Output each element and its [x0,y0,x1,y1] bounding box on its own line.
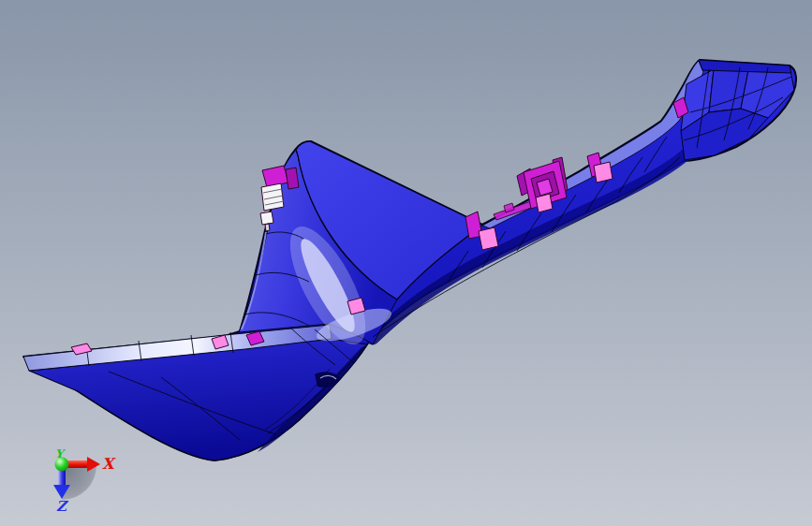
viewport-3d[interactable]: X Z Y [0,0,812,526]
cad-scene: X Z Y [0,0,812,526]
triad-x-label: X [102,455,116,473]
trim-panel-model[interactable] [23,60,796,460]
triad-y-axis[interactable]: Y [55,447,69,472]
triad-z-label: Z [56,498,69,515]
triad-origin-sphere [55,458,69,472]
triad-quarter-disc [62,465,96,500]
orientation-triad[interactable]: X Z Y [53,447,116,515]
